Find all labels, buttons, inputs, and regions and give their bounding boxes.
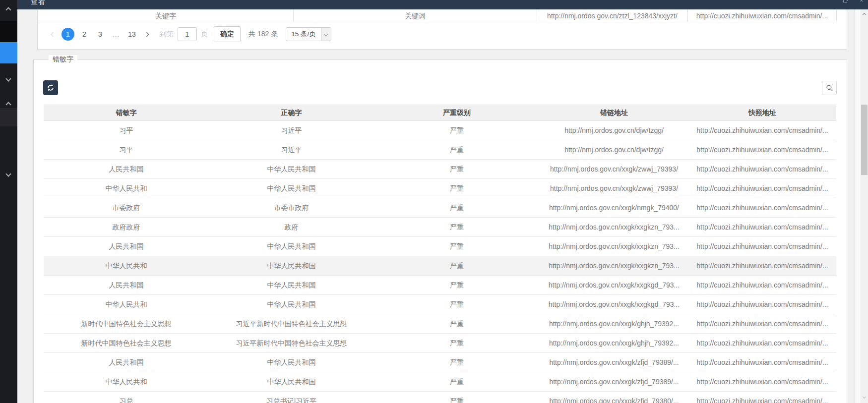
snapshot-url-cell: http://cuozi.zhihuiwuxian.com/cmsadmin/.… — [688, 9, 837, 22]
error-url-cell: http://nmj.ordos.gov.cn/ztzl_123843/xxjy… — [537, 9, 688, 22]
table-row[interactable]: 中华人民共和中华人民共和国严重http://nmj.ordos.gov.cn/x… — [44, 256, 836, 276]
page-number-button[interactable]: 13 — [126, 28, 138, 41]
snapshot-url-cell: http://cuozi.zhihuiwuxian.com/cmsadmin/.… — [688, 121, 836, 140]
goto-page-input[interactable] — [178, 27, 197, 41]
error-url-cell: http://nmj.ordos.gov.cn/xxgk/zfjd_79380/… — [540, 392, 688, 403]
page-number-button[interactable]: 3 — [94, 28, 106, 41]
snapshot-url-cell: http://cuozi.zhihuiwuxian.com/cmsadmin/.… — [688, 256, 836, 275]
chevron-up-icon[interactable] — [6, 5, 10, 14]
sidebar-menu-block[interactable] — [0, 21, 17, 42]
chevron-up-icon[interactable] — [6, 100, 10, 109]
table-row[interactable]: 关键字 关键词 http://nmj.ordos.gov.cn/ztzl_123… — [38, 9, 837, 22]
keyword-cell: 关键字 — [38, 9, 294, 22]
table-row[interactable]: 人民共和国中华人民共和国严重http://nmj.ordos.gov.cn/xx… — [44, 276, 836, 295]
error-url-cell: http://nmj.ordos.gov.cn/xxgk/nmgk_79400/ — [540, 198, 688, 217]
refresh-button[interactable] — [43, 80, 58, 95]
total-count-label: 共 182 条 — [248, 30, 278, 39]
severity-cell: 严重 — [374, 334, 540, 352]
snapshot-url-cell: http://cuozi.zhihuiwuxian.com/cmsadmin/.… — [688, 295, 836, 314]
chevron-down-icon[interactable] — [6, 169, 10, 178]
severity-cell: 严重 — [374, 198, 540, 217]
error-word-cell: 中华人民共和 — [44, 295, 209, 314]
modal-header: 查看 × — [17, 0, 868, 9]
page-number-button[interactable]: 2 — [78, 28, 90, 41]
error-word-cell: 新时代中国特色社会主义思想 — [44, 334, 209, 352]
error-word-cell: 习平 — [44, 140, 209, 159]
severity-cell: 严重 — [374, 392, 540, 403]
error-url-cell: http://nmj.ordos.gov.cn/xxgk/zwwj_79393/ — [540, 160, 688, 178]
table-row[interactable]: 政府政府政府严重http://nmj.ordos.gov.cn/xxgk/xxg… — [44, 218, 836, 237]
table-row[interactable]: 新时代中国特色社会主义思想习近平新时代中国特色社会主义思想严重http://nm… — [44, 334, 836, 353]
table-row[interactable]: 习总习总书记|习近平严重http://nmj.ordos.gov.cn/xxgk… — [44, 392, 836, 403]
next-page-button[interactable] — [142, 28, 151, 41]
correct-word-cell: 习近平 — [209, 121, 374, 140]
correct-word-cell: 中华人民共和国 — [209, 160, 374, 178]
table-row[interactable]: 新时代中国特色社会主义思想习近平新时代中国特色社会主义思想严重http://nm… — [44, 314, 836, 334]
severity-cell: 严重 — [374, 160, 540, 178]
correct-word-cell: 习总书记|习近平 — [209, 392, 374, 403]
error-url-cell: http://nmj.ordos.gov.cn/xxgk/xxgkgd_793.… — [540, 295, 688, 314]
scroll-down-arrow-icon[interactable] — [862, 395, 867, 399]
severity-cell: 严重 — [374, 140, 540, 159]
table-row[interactable]: 市委政府市委市政府严重http://nmj.ordos.gov.cn/xxgk/… — [44, 198, 836, 218]
content-area: 关键字 关键词 http://nmj.ordos.gov.cn/ztzl_123… — [17, 9, 861, 403]
scroll-up-arrow-icon[interactable] — [862, 12, 867, 17]
page-number-button[interactable]: 1 — [62, 28, 74, 41]
table-row[interactable]: 人民共和国中华人民共和国严重http://nmj.ordos.gov.cn/xx… — [44, 353, 836, 372]
table-row[interactable]: 中华人民共和中华人民共和国严重http://nmj.ordos.gov.cn/x… — [44, 295, 836, 314]
close-icon[interactable]: × — [860, 0, 864, 3]
scrollbar-thumb[interactable] — [861, 105, 868, 175]
chevron-right-icon — [144, 32, 149, 37]
error-url-cell: http://nmj.ordos.gov.cn/djw/tzgg/ — [540, 140, 688, 159]
table-row[interactable]: 中华人民共和中华人民共和国严重http://nmj.ordos.gov.cn/x… — [44, 372, 836, 392]
table-row[interactable]: 人民共和国中华人民共和国严重http://nmj.ordos.gov.cn/xx… — [44, 237, 836, 256]
table-row[interactable]: 习平习近平严重http://nmj.ordos.gov.cn/djw/tzgg/… — [44, 121, 836, 140]
severity-cell: 严重 — [374, 179, 540, 198]
goto-page-suffix-label: 页 — [201, 30, 208, 39]
page-size-value: 15 条/页 — [286, 28, 321, 41]
confirm-button[interactable]: 确定 — [214, 26, 241, 42]
correct-word-cell: 中华人民共和国 — [209, 372, 374, 391]
maximize-icon[interactable] — [843, 0, 849, 2]
prev-page-button[interactable] — [49, 28, 58, 41]
column-header: 严重级别 — [374, 105, 540, 120]
error-word-cell: 新时代中国特色社会主义思想 — [44, 314, 209, 333]
chevron-down-icon[interactable] — [6, 74, 10, 83]
panel-divider — [854, 9, 855, 403]
table-row[interactable]: 中华人民共和中华人民共和国严重http://nmj.ordos.gov.cn/x… — [44, 179, 836, 198]
severity-cell: 严重 — [374, 121, 540, 140]
error-word-cell: 人民共和国 — [44, 276, 209, 294]
error-word-cell: 习总 — [44, 392, 209, 403]
column-header: 快照地址 — [688, 105, 836, 120]
sidebar — [0, 0, 17, 403]
sidebar-menu-block[interactable] — [0, 108, 17, 126]
column-header: 错链地址 — [540, 105, 688, 120]
magnifier-icon — [826, 84, 833, 92]
correct-word-cell: 中华人民共和国 — [209, 353, 374, 372]
page-size-select[interactable]: 15 条/页 — [286, 27, 331, 41]
error-url-cell: http://nmj.ordos.gov.cn/xxgk/xxgkgd_793.… — [540, 276, 688, 294]
correct-word-cell: 习近平新时代中国特色社会主义思想 — [209, 334, 374, 352]
error-word-cell: 人民共和国 — [44, 237, 209, 256]
severity-cell: 严重 — [374, 218, 540, 236]
error-url-cell: http://nmj.ordos.gov.cn/xxgk/zfjd_79389/… — [540, 353, 688, 372]
snapshot-url-cell: http://cuozi.zhihuiwuxian.com/cmsadmin/.… — [688, 353, 836, 372]
sidebar-active-item[interactable] — [0, 42, 17, 63]
vertical-scrollbar[interactable] — [861, 9, 868, 403]
snapshot-url-cell: http://cuozi.zhihuiwuxian.com/cmsadmin/.… — [688, 218, 836, 236]
severity-cell: 严重 — [374, 314, 540, 333]
correct-word-cell: 习近平新时代中国特色社会主义思想 — [209, 314, 374, 333]
severity-cell: 严重 — [374, 295, 540, 314]
snapshot-url-cell: http://cuozi.zhihuiwuxian.com/cmsadmin/.… — [688, 160, 836, 178]
error-word-check-page: { "header": { "title": "查看" }, "sidebar"… — [0, 0, 868, 403]
table-row[interactable]: 人民共和国中华人民共和国严重http://nmj.ordos.gov.cn/xx… — [44, 160, 836, 179]
severity-cell: 严重 — [374, 353, 540, 372]
error-url-cell: http://nmj.ordos.gov.cn/xxgk/xxgkzn_793.… — [540, 237, 688, 256]
error-word-cell: 市委政府 — [44, 198, 209, 217]
error-words-table: 错敏字正确字严重级别错链地址快照地址 习平习近平严重http://nmj.ord… — [44, 105, 836, 403]
search-button[interactable] — [822, 81, 837, 95]
correct-word-cell: 政府 — [209, 218, 374, 236]
snapshot-url-cell: http://cuozi.zhihuiwuxian.com/cmsadmin/.… — [688, 198, 836, 217]
snapshot-url-cell: http://cuozi.zhihuiwuxian.com/cmsadmin/.… — [688, 237, 836, 256]
table-row[interactable]: 习平习近平严重http://nmj.ordos.gov.cn/djw/tzgg/… — [44, 140, 836, 160]
